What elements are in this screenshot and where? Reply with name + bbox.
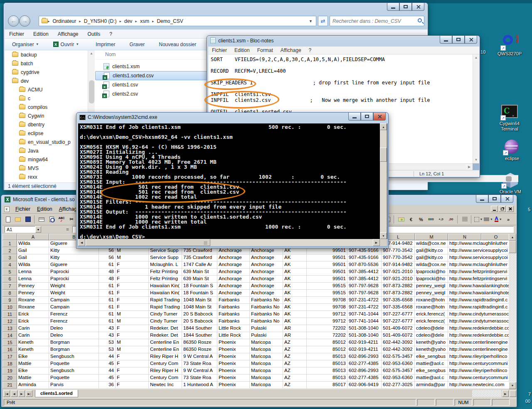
cell[interactable]: 73 State Roa	[182, 375, 217, 382]
menu-item[interactable]: Fichier	[5, 31, 29, 37]
scroll-up-icon[interactable]: ▲	[380, 123, 387, 130]
tab-scrollbar-track[interactable]	[472, 390, 501, 397]
name-box-dropdown-icon[interactable]: ▼	[35, 226, 41, 233]
more-buttons-icon[interactable]: »	[504, 215, 513, 224]
cell[interactable]: 602-277-4385	[347, 375, 382, 382]
cell[interactable]: mattie@aol.c	[415, 375, 448, 382]
row-header-9[interactable]: 9	[2, 297, 17, 304]
cmd-titlebar[interactable]: C:\ C:\Windows\system32\cmd.exe	[79, 114, 157, 120]
scroll-left-icon[interactable]: ◀	[78, 239, 85, 246]
cell[interactable]: Elke	[17, 367, 49, 375]
cell[interactable]: AK	[283, 276, 307, 283]
minimize-button[interactable]	[440, 36, 452, 44]
workbook-minimize-button[interactable]	[491, 206, 498, 212]
cell[interactable]: Feltz Printing	[149, 276, 182, 283]
cell[interactable]: 85013	[307, 360, 347, 367]
cell[interactable]: 501-409-6072	[382, 332, 415, 339]
cell[interactable]: 99712	[307, 311, 347, 318]
cell[interactable]: 9 W Central A	[182, 353, 217, 360]
euro-icon[interactable]: €	[406, 215, 416, 224]
cell[interactable]: 1844 Souther	[182, 325, 217, 332]
search-icon[interactable]	[418, 18, 422, 22]
cell[interactable]: Mattie	[17, 375, 49, 382]
cell[interactable]: Rapid Trading	[149, 304, 182, 311]
cell[interactable]: 602-277-4385	[347, 360, 382, 367]
cell[interactable]: Lenna	[17, 276, 49, 283]
cell[interactable]: 61	[99, 304, 116, 311]
cell[interactable]: Maricopa	[250, 353, 283, 360]
cell[interactable]: 72202	[307, 332, 347, 339]
row-header-16[interactable]: 16	[2, 346, 17, 353]
currency-style-icon[interactable]	[397, 215, 406, 224]
cell[interactable]: http://www.rapidtradingintl.c	[448, 297, 509, 304]
workbook-close-button[interactable]	[507, 206, 514, 212]
workbook-restore-button[interactable]	[499, 206, 506, 212]
cell[interactable]: Roxane	[17, 304, 49, 311]
cell[interactable]: Weight	[49, 290, 99, 297]
cell[interactable]: lpaprocki@ho	[415, 276, 448, 283]
cell[interactable]: Phoenix	[217, 367, 250, 375]
tree-item-dev[interactable]: dev	[5, 76, 88, 85]
cell[interactable]: Anchorage	[217, 254, 250, 261]
cell[interactable]: Phoenix	[217, 360, 250, 367]
cell[interactable]: 602-575-3457	[382, 353, 415, 360]
cell[interactable]: roxane@hotn	[415, 297, 448, 304]
search-input[interactable]	[330, 16, 411, 26]
cell[interactable]: http://www.rapidtradingintl.c	[448, 304, 509, 311]
percent-style-icon[interactable]: %	[416, 215, 426, 224]
menu-item[interactable]: Format	[254, 47, 277, 53]
cell[interactable]: Kitty	[49, 254, 99, 261]
cell[interactable]: 907-335-6568	[382, 304, 415, 311]
search-box[interactable]	[330, 16, 424, 26]
name-box[interactable]: A1	[5, 226, 35, 233]
cell[interactable]: Keneth	[17, 339, 49, 346]
minimize-button[interactable]	[387, 3, 399, 11]
maximize-button[interactable]	[399, 3, 412, 11]
cell[interactable]: Carin	[17, 332, 49, 339]
cell[interactable]: 907-385-4412	[347, 276, 382, 283]
cell[interactable]: Paprocki	[49, 276, 99, 283]
cell[interactable]: 72202	[307, 325, 347, 332]
cell[interactable]: 44	[99, 353, 116, 360]
cell[interactable]: Parvis	[49, 382, 99, 389]
cell[interactable]: 18 Fountain S	[182, 283, 217, 290]
cell[interactable]: AR	[283, 332, 307, 339]
close-button[interactable]	[465, 36, 477, 44]
save-icon[interactable]	[23, 215, 32, 224]
cell[interactable]: F	[116, 283, 149, 290]
cell[interactable]: AZ	[283, 339, 307, 346]
previous-sheet-button[interactable]: ◀	[11, 390, 17, 397]
cell[interactable]: 61	[99, 318, 116, 325]
cell[interactable]: Anchorage	[217, 283, 250, 290]
decrease-indent-icon[interactable]	[460, 215, 469, 224]
cell[interactable]: Anchorage	[250, 269, 283, 276]
cell[interactable]: Redeker. Det	[149, 332, 182, 339]
scroll-right-icon[interactable]: ▶	[466, 164, 473, 170]
cell[interactable]: Sengbusch	[49, 367, 99, 375]
cell[interactable]: Hawaiian Kin(	[149, 283, 182, 290]
menu-item[interactable]: Edition	[231, 47, 254, 53]
tree-item-compilos[interactable]: compilos	[5, 103, 88, 111]
cell[interactable]: 53	[99, 346, 116, 353]
cell[interactable]: M	[116, 311, 149, 318]
cmd-vertical-scrollbar[interactable]: ▲ ▼	[380, 123, 387, 239]
cell[interactable]: mattie@aol.c	[415, 360, 448, 367]
cell[interactable]: 99501	[307, 269, 347, 276]
cell[interactable]: 907-227-6777	[382, 311, 415, 318]
cell[interactable]: M	[116, 254, 149, 261]
desktop-icon-qws3270p[interactable]: 3270X↗QWS3270P	[495, 35, 525, 57]
cell[interactable]: Fairbanks	[217, 318, 250, 325]
notepad-titlebar[interactable]: clients1.xsm - Bloc-notes	[210, 37, 273, 44]
cell[interactable]: 907-435-9166	[347, 254, 382, 261]
tree-item-java[interactable]: Java	[5, 146, 88, 155]
cell[interactable]: Gail	[17, 254, 49, 261]
cell[interactable]: Wilda	[17, 240, 49, 247]
graver-button[interactable]: Graver	[130, 42, 145, 47]
cell[interactable]: 43	[99, 332, 116, 339]
row-header-7[interactable]: 7	[2, 283, 17, 290]
tree-item-c[interactable]: c	[5, 94, 88, 103]
cell[interactable]: 1844 Souther	[182, 332, 217, 339]
print-icon[interactable]	[37, 215, 46, 224]
next-sheet-button[interactable]: ▶	[18, 390, 25, 397]
cell[interactable]: F	[116, 269, 149, 276]
